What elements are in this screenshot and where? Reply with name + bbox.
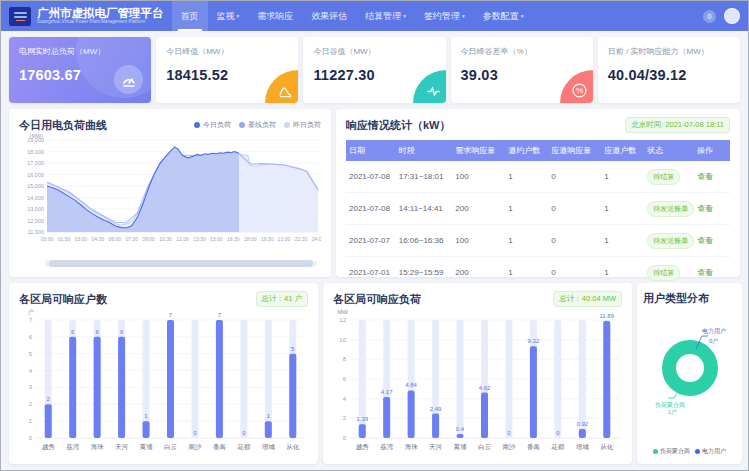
nav-item-6[interactable]: 参数配置▾ xyxy=(474,1,533,31)
table-cell: 待结算 xyxy=(644,161,694,193)
load-curve-panel: 今日用电负荷曲线 今日负荷基线负荷昨日负荷 (MW)11,00012,00013… xyxy=(9,109,331,277)
bar-增城 xyxy=(579,429,586,438)
app-subtitle: Guangzhou Virtual Power Plant Management… xyxy=(37,20,164,25)
chart-text: 17,000 xyxy=(27,160,44,166)
chart-text: 7 xyxy=(29,317,33,323)
nav-item-0[interactable]: 首页 xyxy=(172,1,208,31)
nav-item-label: 参数配置 xyxy=(483,10,519,23)
kpi-card-0: 电网实时总负荷（MW）17603.67 xyxy=(9,37,151,103)
bar-荔湾 xyxy=(69,337,76,438)
chart-text: 黄埔 xyxy=(454,443,468,451)
datazoom-thumb[interactable] xyxy=(49,260,313,267)
chart-text: 0.4 xyxy=(456,426,465,432)
view-link[interactable]: 查看 xyxy=(697,236,713,245)
bar-track xyxy=(457,320,464,438)
chart-text: 南沙 xyxy=(188,443,202,451)
chart-text: 6 xyxy=(343,376,347,382)
legend-dot xyxy=(284,122,290,128)
kpi-card-3: 今日峰谷差率（%）39.03% xyxy=(451,37,593,103)
bar-荔湾 xyxy=(383,397,390,438)
table-header-2: 需求响应量 xyxy=(452,140,505,161)
chevron-down-icon: ▾ xyxy=(462,13,465,19)
chart-datazoom-slider[interactable] xyxy=(45,260,317,267)
legend-label: 今日负荷 xyxy=(203,120,231,130)
district-users-panel: 各区局可响应户数 总计：41 户 户012345672越秀6荔湾6海珠6天河1黄… xyxy=(9,283,318,464)
legend-item-负荷聚合商[interactable]: 负荷聚合商 xyxy=(653,447,690,456)
bar-越秀 xyxy=(45,404,52,438)
user-type-title: 用户类型分布 xyxy=(643,291,736,306)
chart-text: 15,000 xyxy=(27,183,44,189)
view-link[interactable]: 查看 xyxy=(697,268,713,277)
legend-item-基线负荷[interactable]: 基线负荷 xyxy=(239,120,276,130)
nav-item-2[interactable]: 需求响应 xyxy=(248,1,302,31)
nav-item-5[interactable]: 签约管理▾ xyxy=(415,1,474,31)
chart-text: 天河 xyxy=(115,443,129,451)
chart-text: 海珠 xyxy=(405,443,419,451)
chart-text: 00:00 xyxy=(41,236,54,242)
chart-text: 04:30 xyxy=(92,236,105,242)
chart-text: 增城 xyxy=(261,443,276,451)
load-curve-chart: (MW)11,00012,00013,00014,00015,00016,000… xyxy=(19,133,321,255)
table-cell: 查看 xyxy=(694,161,730,193)
kpi-card-2: 今日谷值（MW）11227.30 xyxy=(303,37,445,103)
table-header-7: 操作 xyxy=(694,140,730,161)
kpi-row: 电网实时总负荷（MW）17603.67今日峰值（MW）18415.52今日谷值（… xyxy=(9,37,740,103)
nav-item-label: 需求响应 xyxy=(257,10,293,23)
brand: 广州市虚拟电厂管理平台 Guangzhou Virtual Power Plan… xyxy=(37,7,164,24)
chart-text: 11.89 xyxy=(599,313,614,319)
bar-track xyxy=(240,320,247,438)
view-link[interactable]: 查看 xyxy=(697,172,713,181)
legend-label: 负荷聚合商 xyxy=(660,447,690,456)
bar-黄埔 xyxy=(143,421,150,438)
chart-text: 越秀 xyxy=(42,443,56,451)
table-cell: 2021-07-08 xyxy=(346,161,396,193)
chevron-down-icon: ▾ xyxy=(521,13,524,19)
legend-label: 昨日负荷 xyxy=(293,120,321,130)
table-cell: 100 xyxy=(452,225,505,257)
chart-text: 海珠 xyxy=(91,443,105,451)
bar-黄埔 xyxy=(457,434,464,438)
nav-item-3[interactable]: 效果评估 xyxy=(302,1,356,31)
table-cell: 待发送账单 xyxy=(644,193,694,225)
bar-番禺 xyxy=(530,346,537,438)
chart-text: 花都 xyxy=(550,443,565,451)
table-cell: 100 xyxy=(452,161,505,193)
legend-item-昨日负荷[interactable]: 昨日负荷 xyxy=(284,120,321,130)
nav-item-1[interactable]: 监视▾ xyxy=(208,1,249,31)
chart-text: MW xyxy=(337,309,348,315)
user-type-panel: 用户类型分布 电力用户0户负荷聚合商1户 负荷聚合商电力用户 xyxy=(637,283,742,464)
chart-text: 6 xyxy=(29,334,33,340)
district-users-chart: 户012345672越秀6荔湾6海珠6天河1黄埔7白云0南沙7番禺0花都1增城5… xyxy=(19,307,308,457)
table-cell: 1 xyxy=(505,225,548,257)
chart-text: 番禺 xyxy=(213,443,226,451)
chart-text: 24:00 xyxy=(312,236,321,242)
chart-text: 白云 xyxy=(164,443,178,451)
chart-text: 12,000 xyxy=(27,218,44,224)
chart-text: 16,000 xyxy=(27,172,44,178)
view-link[interactable]: 查看 xyxy=(697,204,713,213)
district-load-total-badge: 总计：40.04 MW xyxy=(553,291,622,307)
table-cell: 200 xyxy=(452,193,505,225)
series-area-今日负荷 xyxy=(47,147,239,232)
beijing-time-badge: 北京时间: 2021-07-08 18:11 xyxy=(625,117,730,133)
chart-text: 01:30 xyxy=(58,236,71,242)
notification-badge[interactable]: 0 xyxy=(703,10,716,23)
kpi-value: 39.03 xyxy=(461,67,583,83)
chart-text: 11,000 xyxy=(28,229,44,235)
table-cell: 16:06~16:36 xyxy=(396,225,453,257)
table-cell: 14:11~14:41 xyxy=(396,193,453,225)
chart-text: 从化 xyxy=(600,443,614,451)
legend-item-电力用户[interactable]: 电力用户 xyxy=(695,447,726,456)
table-cell: 0 xyxy=(548,193,601,225)
legend-item-今日负荷[interactable]: 今日负荷 xyxy=(194,120,231,130)
user-avatar[interactable] xyxy=(724,8,740,24)
chart-text: 天河 xyxy=(429,443,443,451)
middle-row: 今日用电负荷曲线 今日负荷基线负荷昨日负荷 (MW)11,00012,00013… xyxy=(9,109,740,277)
status-badge: 待发送账单 xyxy=(647,201,694,217)
chart-text: 白云 xyxy=(478,443,492,451)
chart-text: 09:00 xyxy=(142,236,155,242)
gauge-icon xyxy=(114,65,143,94)
chart-text: 15:00 xyxy=(210,236,223,242)
nav-item-4[interactable]: 结算管理▾ xyxy=(356,1,415,31)
bar-track xyxy=(554,320,561,438)
